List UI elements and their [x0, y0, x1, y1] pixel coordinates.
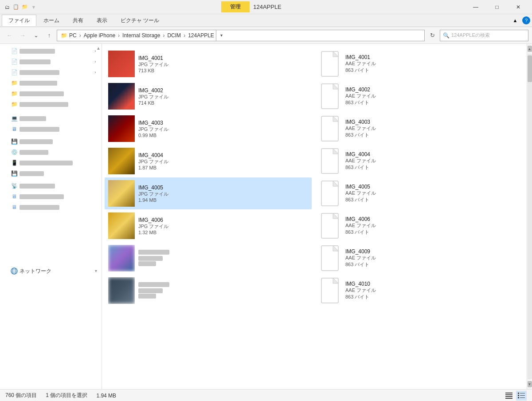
forward-button[interactable]: → — [17, 30, 28, 41]
network-icon — [11, 267, 18, 275]
sidebar-bottom-arrow: ▼ — [94, 269, 98, 273]
scroll-down-arrow[interactable]: ▼ — [528, 381, 532, 387]
file-item-aae4010[interactable]: IMG_4010 AAE ファイル 863 バイト — [317, 275, 524, 307]
file-name-aae4001: IMG_4001 — [345, 54, 520, 60]
file-name-img4005: IMG_4005 — [138, 185, 308, 191]
file-item-aae4006[interactable]: IMG_4006 AAE ファイル 863 バイト — [317, 210, 524, 242]
file-item-img4003[interactable]: IMG_4003 JPG ファイル 0.99 MB — [105, 113, 312, 145]
sidebar-item-2[interactable]: 📄 › — [0, 56, 102, 67]
file-info-aae4002: IMG_4002 AAE ファイル 863 バイト — [345, 86, 520, 106]
details-view-button[interactable] — [516, 391, 527, 401]
sidebar-item-3[interactable]: 📄 › — [0, 67, 102, 78]
file-info-img4004: IMG_4004 JPG ファイル 1.87 MB — [138, 152, 308, 170]
quick-access-icon2[interactable]: 📋 — [12, 4, 20, 11]
up-button[interactable]: ↑ — [43, 30, 55, 41]
breadcrumb-iphone[interactable]: Apple iPhone — [84, 32, 115, 39]
scroll-thumb[interactable] — [528, 55, 532, 82]
address-bar[interactable]: 📁 PC › Apple iPhone › Internal Storage ›… — [57, 30, 425, 41]
breadcrumb-folder[interactable]: 124APPLE — [188, 32, 214, 39]
tab-view[interactable]: 表示 — [90, 15, 113, 26]
sidebar-item-13[interactable]: 📡 — [0, 181, 102, 191]
scrollbar-right[interactable]: ▲ ▼ — [527, 44, 532, 389]
sidebar-item-network[interactable]: ネットワーク ▼ — [0, 266, 102, 276]
file-item-img4008[interactable] — [105, 242, 312, 274]
file-item-aae4005[interactable]: IMG_4005 AAE ファイル 863 バイト — [317, 177, 524, 209]
scroll-up-arrow[interactable]: ▲ — [528, 46, 532, 52]
sidebar-item-12[interactable]: 💾 — [0, 168, 102, 179]
file-info-img4006: IMG_4006 JPG ファイル 1.32 MB — [138, 217, 308, 235]
tab-share[interactable]: 共有 — [66, 15, 90, 26]
file-item-aae4004[interactable]: IMG_4004 AAE ファイル 863 バイト — [317, 145, 524, 177]
help-button[interactable]: ? — [522, 16, 530, 24]
sidebar-item-10[interactable]: 💿 — [0, 147, 102, 157]
chevron-icon-2: › — [93, 59, 98, 64]
close-button[interactable]: ✕ — [508, 0, 528, 14]
svg-rect-13 — [505, 393, 512, 393]
list-view-button[interactable] — [504, 391, 514, 401]
sidebar-item-15[interactable]: 🖥 — [0, 202, 102, 212]
device-icon-10: 💿 — [11, 149, 18, 156]
sidebar-item-7[interactable]: 💻 — [0, 113, 102, 124]
file-type-img4002: JPG ファイル — [138, 94, 308, 100]
back-button[interactable]: ← — [4, 30, 15, 41]
breadcrumb-storage[interactable]: Internal Storage — [122, 32, 160, 39]
sidebar-item-9[interactable]: 💾 — [0, 136, 102, 147]
file-size-img4009-jpg — [138, 294, 308, 299]
tab-home[interactable]: ホーム — [37, 15, 66, 26]
expand-button[interactable]: ⌄ — [30, 30, 42, 41]
search-bar[interactable]: 🔍 124APPLEの検索 — [440, 30, 528, 41]
file-column-left: IMG_4001 JPG ファイル 713 KB IMG_4002 JPG ファ… — [102, 47, 314, 307]
address-dropdown-button[interactable]: ▾ — [216, 30, 227, 41]
tab-picture-tools[interactable]: ピクチャ ツール — [114, 15, 165, 26]
title-bar-title: 管理 124APPLE — [37, 1, 466, 12]
breadcrumb-dcim[interactable]: DCIM — [167, 32, 181, 39]
sidebar-item-4[interactable]: 📁 — [0, 78, 102, 88]
file-size-img4005: 1.94 MB — [138, 197, 308, 203]
device-icon-7: 💻 — [11, 115, 18, 122]
file-type-aae4006: AAE ファイル — [345, 222, 520, 229]
file-item-img4005[interactable]: IMG_4005 JPG ファイル 1.94 MB — [105, 177, 312, 209]
file-name-img4004: IMG_4004 — [138, 152, 308, 158]
file-item-img4006[interactable]: IMG_4006 JPG ファイル 1.32 MB — [105, 210, 312, 242]
file-item-aae4009[interactable]: IMG_4009 AAE ファイル 863 バイト — [317, 242, 524, 274]
breadcrumb-pc[interactable]: PC — [69, 32, 77, 39]
sidebar-item-1[interactable]: 📄 › — [0, 46, 102, 56]
ribbon-tabs: ファイル ホーム 共有 表示 ピクチャ ツール ▲ ? — [0, 14, 532, 27]
window-controls: — □ ✕ — [466, 0, 528, 14]
device-icon-8: 🖥 — [11, 126, 18, 133]
file-item-aae4003[interactable]: IMG_4003 AAE ファイル 863 バイト — [317, 113, 524, 145]
file-size-aae4001: 863 バイト — [345, 67, 520, 74]
sidebar-label-7 — [20, 116, 46, 121]
file-item-img4001[interactable]: IMG_4001 JPG ファイル 713 KB — [105, 48, 312, 80]
file-item-img4009-jpg[interactable] — [105, 275, 312, 307]
file-item-aae4001[interactable]: IMG_4001 AAE ファイル 863 バイト — [317, 48, 524, 80]
minimize-button[interactable]: — — [466, 0, 486, 14]
quick-access-icon3[interactable]: 📁 — [21, 4, 28, 11]
quick-access-icon1[interactable]: 🗂 — [4, 4, 11, 11]
device-icon-14: 🖥 — [11, 193, 18, 200]
sidebar-item-8[interactable]: 🖥 — [0, 124, 102, 134]
sidebar-item-6[interactable]: 📁 — [0, 99, 102, 110]
file-info-img4001: IMG_4001 JPG ファイル 713 KB — [138, 55, 308, 73]
file-item-aae4002[interactable]: IMG_4002 AAE ファイル 863 バイト — [317, 80, 524, 112]
sidebar-scroll-up[interactable]: ▲ — [96, 46, 101, 51]
tab-file[interactable]: ファイル — [2, 15, 36, 26]
ribbon-collapse-button[interactable]: ▲ — [510, 16, 520, 25]
file-type-aae4010: AAE ファイル — [345, 287, 520, 294]
svg-rect-22 — [520, 397, 525, 398]
file-item-img4004[interactable]: IMG_4004 JPG ファイル 1.87 MB — [105, 145, 312, 177]
file-name-aae4005: IMG_4005 — [345, 184, 520, 190]
file-info-aae4005: IMG_4005 AAE ファイル 863 バイト — [345, 184, 520, 203]
file-size-img4002: 714 KB — [138, 100, 308, 106]
folder-icon-5: 📁 — [11, 90, 18, 97]
refresh-button[interactable]: ↻ — [426, 30, 438, 41]
file-type-aae4002: AAE ファイル — [345, 93, 520, 99]
file-item-img4002[interactable]: IMG_4002 JPG ファイル 714 KB — [105, 80, 312, 112]
file-type-aae4005: AAE ファイル — [345, 190, 520, 197]
sidebar-item-5[interactable]: 📁 — [0, 88, 102, 99]
sidebar-item-14[interactable]: 🖥 — [0, 191, 102, 202]
title-folder-name: 124APPLE — [253, 4, 282, 10]
sidebar-item-11[interactable]: 📱 — [0, 157, 102, 168]
maximize-button[interactable]: □ — [487, 0, 507, 14]
file-type-img4006: JPG ファイル — [138, 223, 308, 230]
